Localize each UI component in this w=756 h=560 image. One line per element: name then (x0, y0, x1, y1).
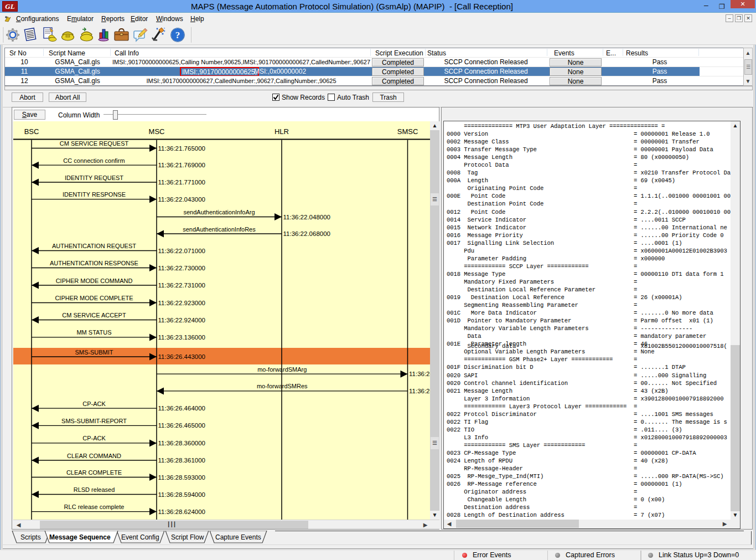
svg-text:11:36:22.043000: 11:36:22.043000 (158, 196, 205, 203)
svg-text:11:36:28.593000: 11:36:28.593000 (158, 474, 205, 481)
svg-text:CC connection confirm: CC connection confirm (63, 157, 125, 164)
svg-text:?: ? (175, 30, 180, 40)
svg-text:11:36:21.771000: 11:36:21.771000 (158, 179, 205, 186)
svg-text:11:36:22.048000: 11:36:22.048000 (283, 214, 330, 220)
svg-text:11:36:26: 11:36:26 (409, 371, 430, 377)
svg-text:IDENTITY REQUEST: IDENTITY REQUEST (65, 174, 123, 181)
svg-text:CP-ACK: CP-ACK (82, 400, 106, 407)
svg-text:11:36:28.360000: 11:36:28.360000 (158, 440, 205, 446)
svg-text:11:36:26: 11:36:26 (409, 388, 430, 394)
svg-text:mo-forwardSMRes: mo-forwardSMRes (257, 383, 308, 389)
svg-text:AUTHENTICATION REQUEST: AUTHENTICATION REQUEST (52, 243, 136, 249)
svg-text:MSC: MSC (149, 127, 165, 136)
svg-text:11:36:23.136000: 11:36:23.136000 (158, 334, 205, 341)
svg-text:IDENTITY RESPONSE: IDENTITY RESPONSE (63, 191, 126, 198)
svg-text:11:36:26.464000: 11:36:26.464000 (158, 405, 205, 412)
svg-text:RLSD released: RLSD released (74, 486, 115, 493)
svg-text:11:36:22.068000: 11:36:22.068000 (283, 230, 330, 237)
svg-text:SMS-SUBMIT: SMS-SUBMIT (75, 349, 113, 356)
svg-text:BSC: BSC (24, 127, 39, 136)
svg-text:11:36:22.924000: 11:36:22.924000 (158, 317, 205, 323)
svg-text:SMSC: SMSC (397, 127, 418, 136)
svg-text:11:36:22.731000: 11:36:22.731000 (158, 282, 205, 289)
svg-text:CLEAR COMMAND: CLEAR COMMAND (67, 453, 121, 459)
svg-text:11:36:21.769000: 11:36:21.769000 (158, 162, 205, 168)
svg-text:sendAuthenticationInfoArg: sendAuthenticationInfoArg (183, 209, 255, 215)
svg-text:11:36:28.624000: 11:36:28.624000 (158, 508, 205, 515)
svg-text:11:36:22.071000: 11:36:22.071000 (158, 248, 205, 254)
svg-text:CLEAR COMPLETE: CLEAR COMPLETE (66, 469, 122, 476)
svg-text:AUTHENTICATION RESPONSE: AUTHENTICATION RESPONSE (50, 260, 138, 266)
svg-text:HLR: HLR (275, 127, 289, 136)
svg-text:11:36:22.923000: 11:36:22.923000 (158, 300, 205, 306)
svg-text:11:36:28.361000: 11:36:28.361000 (158, 457, 205, 464)
svg-text:CP-ACK: CP-ACK (82, 435, 106, 441)
svg-text:RLC release complete: RLC release complete (64, 504, 125, 510)
svg-text:CIPHER MODE COMMAND: CIPHER MODE COMMAND (56, 278, 133, 284)
svg-text:11:36:26.443000: 11:36:26.443000 (158, 353, 205, 360)
svg-text:11:36:21.765000: 11:36:21.765000 (158, 145, 205, 152)
svg-text:11:36:28.594000: 11:36:28.594000 (158, 491, 205, 498)
svg-text:11:36:26.465000: 11:36:26.465000 (158, 422, 205, 429)
svg-text:MM STATUS: MM STATUS (76, 329, 111, 336)
svg-text:sendAuthenticationInfoRes: sendAuthenticationInfoRes (183, 226, 256, 233)
svg-text:CIPHER MODE COMPLETE: CIPHER MODE COMPLETE (55, 295, 133, 301)
svg-text:SMS-SUBMIT-REPORT: SMS-SUBMIT-REPORT (61, 418, 127, 424)
svg-text:11:36:22.730000: 11:36:22.730000 (158, 265, 205, 271)
svg-text:CM SERVICE ACCEPT: CM SERVICE ACCEPT (62, 312, 126, 318)
svg-text:mo-forwardSMArg: mo-forwardSMArg (257, 366, 307, 373)
svg-text:CM SERVICE REQUEST: CM SERVICE REQUEST (60, 140, 129, 147)
